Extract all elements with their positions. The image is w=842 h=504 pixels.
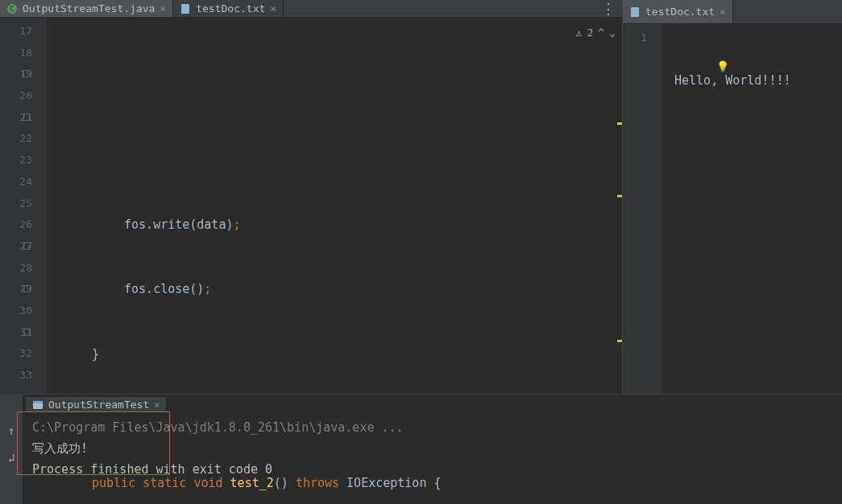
close-icon[interactable]: × [160,2,166,14]
soft-wrap-icon[interactable]: ↲ [7,451,15,465]
tab-testdoc-txt-left[interactable]: testDoc.txt × [173,0,284,17]
svg-rect-3 [631,7,639,17]
text-file-icon [629,6,641,18]
close-icon[interactable]: × [720,6,726,18]
text-content: Hello, World!!!! [674,70,842,92]
right-code-area[interactable]: Hello, World!!!! 💡 [662,24,842,394]
left-gutter: 17 18 19 20 21 22 23 24 25 26 27 28 29 3… [0,18,47,394]
scroll-up-icon[interactable]: ↑ [7,423,15,438]
tab-overflow-icon[interactable]: ⋮ [595,0,622,17]
console-line: 写入成功! [32,438,832,459]
tab-testdoc-txt-right[interactable]: testDoc.txt × [623,0,733,23]
fold-icon[interactable] [23,285,31,292]
console-body: OutputStreamTest × C:\Program Files\Java… [23,395,842,504]
svg-text:C: C [10,5,14,13]
right-gutter: 1 [623,24,662,394]
fold-icon[interactable] [23,114,31,121]
text-file-icon [180,3,191,14]
console-line: C:\Program Files\Java\jdk1.8.0_261\bin\j… [32,417,832,438]
console-output[interactable]: C:\Program Files\Java\jdk1.8.0_261\bin\j… [23,414,842,483]
inspection-status[interactable]: ⚠ 2 ^ ⌄ [576,23,616,44]
right-tabstrip: testDoc.txt × [623,0,842,24]
svg-rect-2 [181,4,189,14]
right-editor-pane: testDoc.txt × 1 Hello, World!!!! 💡 [623,0,842,394]
tab-label: testDoc.txt [196,2,265,14]
fold-icon[interactable] [23,328,31,336]
close-icon[interactable]: × [154,399,160,411]
close-icon[interactable]: × [270,2,276,14]
application-icon [32,399,44,411]
run-config-label: OutputStreamTest [48,399,149,411]
left-editor-pane: C OutputStreamTest.java × testDoc.txt × … [0,0,623,394]
tab-label: OutputStreamTest.java [23,2,155,14]
fold-icon[interactable] [23,242,31,250]
run-config-tab[interactable]: OutputStreamTest × [26,396,167,412]
left-editor-body[interactable]: 17 18 19 20 21 22 23 24 25 26 27 28 29 3… [0,18,622,394]
fold-icon[interactable] [23,70,31,77]
tab-label: testDoc.txt [645,6,715,18]
java-class-icon: C [6,3,18,14]
tab-outputstreamtest-java[interactable]: C OutputStreamTest.java × [0,0,173,17]
warning-count: 2 [587,23,594,44]
console-side-toolbar: ↑ ↲ [0,395,23,504]
svg-rect-5 [33,401,43,403]
left-tabstrip: C OutputStreamTest.java × testDoc.txt × … [0,0,622,18]
next-highlight-icon[interactable]: ⌄ [609,23,616,44]
warning-icon: ⚠ [576,23,583,44]
prev-highlight-icon[interactable]: ^ [598,23,604,44]
console-line: Process finished with exit code 0 [32,459,832,480]
right-editor-body[interactable]: 1 Hello, World!!!! 💡 [623,24,842,394]
left-code-area[interactable]: ⚠ 2 ^ ⌄ fos.write(data); fos.close(); } … [47,18,622,394]
lightbulb-intention-icon[interactable]: 💡 [716,56,729,78]
run-tool-window: ↑ ↲ OutputStreamTest × C:\Program Files\… [0,394,842,504]
